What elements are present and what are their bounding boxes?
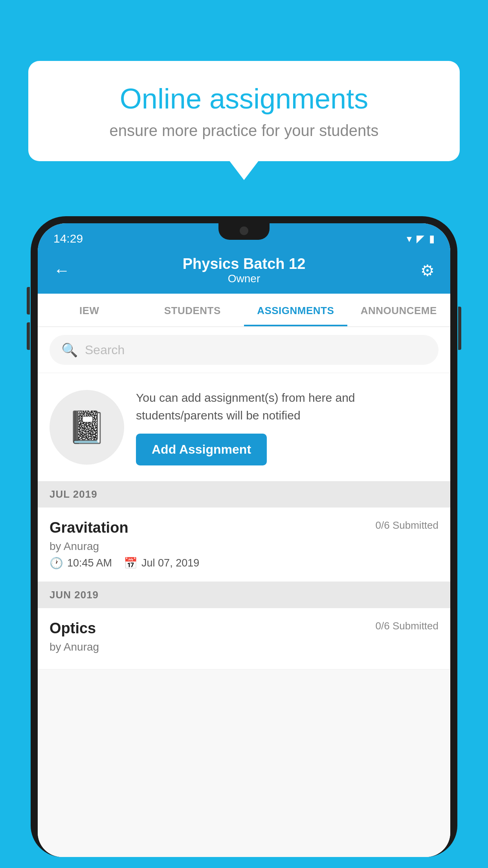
- signal-icon: ◤: [416, 233, 424, 245]
- tab-announcements[interactable]: ANNOUNCEME: [347, 294, 451, 326]
- assignment-title-optics: Optics: [50, 620, 96, 637]
- speech-bubble-subtitle: ensure more practice for your students: [52, 122, 436, 140]
- calendar-icon: 📅: [124, 557, 138, 570]
- promo-icon-circle: 📓: [50, 390, 124, 465]
- assignment-time: 🕐 10:45 AM: [50, 557, 112, 570]
- phone-notch: [218, 223, 270, 240]
- tab-assignments[interactable]: ASSIGNMENTS: [244, 294, 347, 326]
- front-camera: [240, 226, 248, 235]
- assignment-title-gravitation: Gravitation: [50, 519, 128, 536]
- assignment-meta-gravitation: 🕐 10:45 AM 📅 Jul 07, 2019: [50, 557, 438, 570]
- search-input[interactable]: Search: [85, 343, 125, 357]
- search-box[interactable]: 🔍 Search: [50, 335, 438, 365]
- speech-bubble-container: Online assignments ensure more practice …: [28, 61, 460, 161]
- status-time: 14:29: [53, 232, 83, 245]
- search-container: 🔍 Search: [38, 327, 450, 373]
- content-area: 🔍 Search 📓 You can add assignment(s) fro…: [38, 327, 450, 857]
- header-subtitle: Owner: [77, 272, 411, 285]
- assignment-author-gravitation: by Anurag: [50, 540, 438, 553]
- search-icon: 🔍: [61, 342, 78, 358]
- clock-icon: 🕐: [50, 557, 63, 570]
- phone-frame: 14:29 ▾ ◤ ▮ ← Physics Batch 12 Owner ⚙ I…: [31, 216, 457, 868]
- add-assignment-button[interactable]: Add Assignment: [136, 434, 267, 465]
- header-title: Physics Batch 12: [77, 256, 411, 272]
- assignment-time-value: 10:45 AM: [67, 557, 112, 569]
- month-section-jun: JUN 2019: [38, 582, 450, 608]
- assignment-header-optics: Optics 0/6 Submitted: [50, 620, 438, 637]
- assignment-item-optics[interactable]: Optics 0/6 Submitted by Anurag: [38, 608, 450, 669]
- assignment-submitted-gravitation: 0/6 Submitted: [376, 519, 438, 531]
- settings-button[interactable]: ⚙: [411, 261, 435, 280]
- back-button[interactable]: ←: [53, 261, 77, 280]
- phone-screen: 14:29 ▾ ◤ ▮ ← Physics Batch 12 Owner ⚙ I…: [38, 223, 450, 857]
- assignment-date: 📅 Jul 07, 2019: [124, 557, 199, 570]
- assignment-header: Gravitation 0/6 Submitted: [50, 519, 438, 536]
- battery-icon: ▮: [429, 233, 435, 245]
- month-label-jun: JUN 2019: [50, 589, 99, 601]
- power-button: [458, 307, 461, 350]
- wifi-icon: ▾: [407, 233, 412, 245]
- assignment-submitted-optics: 0/6 Submitted: [376, 620, 438, 632]
- promo-text: You can add assignment(s) from here and …: [136, 389, 438, 424]
- header-title-block: Physics Batch 12 Owner: [77, 256, 411, 285]
- notebook-icon: 📓: [67, 409, 106, 446]
- month-section-jul: JUL 2019: [38, 481, 450, 508]
- volume-down-button: [27, 322, 30, 350]
- app-header: ← Physics Batch 12 Owner ⚙: [38, 247, 450, 294]
- month-label-jul: JUL 2019: [50, 488, 97, 500]
- tab-iew[interactable]: IEW: [38, 294, 141, 326]
- tab-students[interactable]: STUDENTS: [141, 294, 244, 326]
- tabs-bar: IEW STUDENTS ASSIGNMENTS ANNOUNCEME: [38, 294, 450, 327]
- assignment-date-value: Jul 07, 2019: [141, 557, 199, 569]
- assignment-item-gravitation[interactable]: Gravitation 0/6 Submitted by Anurag 🕐 10…: [38, 508, 450, 582]
- speech-bubble: Online assignments ensure more practice …: [28, 61, 460, 161]
- speech-bubble-title: Online assignments: [52, 83, 436, 115]
- promo-section: 📓 You can add assignment(s) from here an…: [38, 373, 450, 481]
- promo-content: You can add assignment(s) from here and …: [136, 389, 438, 465]
- phone-outer: 14:29 ▾ ◤ ▮ ← Physics Batch 12 Owner ⚙ I…: [31, 216, 457, 857]
- assignment-author-optics: by Anurag: [50, 641, 438, 653]
- volume-up-button: [27, 287, 30, 314]
- status-icons: ▾ ◤ ▮: [407, 233, 435, 245]
